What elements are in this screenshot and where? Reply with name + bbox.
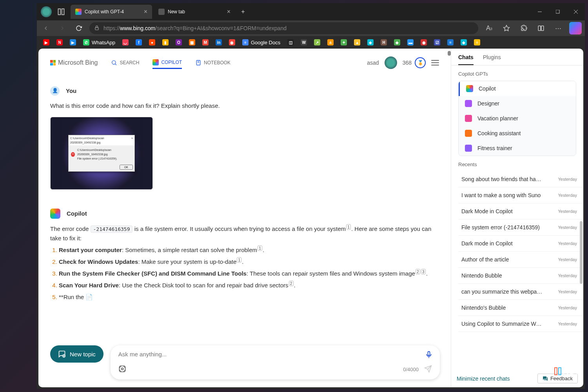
recents-label: Recents <box>458 162 583 167</box>
recent-date: Yesterday <box>558 193 577 198</box>
recent-item[interactable]: Using Copilot to Summarize Web PagYester… <box>458 316 583 332</box>
main-scrollbar[interactable] <box>448 51 451 56</box>
url-field[interactable]: https://www.bing.com/search?q=Bing+AI&sh… <box>89 22 478 34</box>
bookmark-item[interactable]: ◡ <box>122 39 129 45</box>
recent-item[interactable]: I want to make a song with SunoYesterday <box>458 187 583 203</box>
bookmark-item[interactable]: ✦ <box>341 39 347 45</box>
tab-notebook[interactable]: NOTEBOOK <box>195 57 230 68</box>
bookmark-item[interactable]: ≡Google Docs <box>242 39 280 45</box>
input-area: New topic 0/4000 <box>50 345 440 379</box>
sidebar-scrollbar[interactable] <box>580 221 583 284</box>
bookmark-item[interactable]: N <box>56 39 63 45</box>
step-item: Scan Your Hard Drive: Use the Check Disk… <box>59 281 440 290</box>
recent-item[interactable]: Song about two friends that haven't seYe… <box>458 171 583 187</box>
recent-item[interactable]: File system error (-2147416359)Yesterday <box>458 220 583 236</box>
bookmark-item[interactable]: ≡ <box>447 39 454 45</box>
bookmark-item[interactable]: ▶ <box>43 39 49 45</box>
bookmark-item[interactable]: ◆ <box>394 39 400 45</box>
bookmark-item[interactable]: ▮ <box>162 39 169 45</box>
gpt-icon <box>465 145 472 152</box>
copilot-sidebar-button[interactable] <box>569 22 582 34</box>
minimize-button[interactable] <box>531 5 549 18</box>
address-bar: https://www.bing.com/search?q=Bing+AI&sh… <box>37 20 585 36</box>
recent-date: Yesterday <box>558 289 577 294</box>
bookmark-item[interactable]: ◉ <box>421 39 427 45</box>
user-avatar[interactable] <box>385 56 397 69</box>
bookmark-item[interactable]: ◈ <box>367 39 374 45</box>
gpt-item[interactable]: Cooking assistant <box>459 126 576 141</box>
close-tab-icon[interactable]: × <box>144 8 147 15</box>
rewards-icon: 🏅 <box>415 57 426 68</box>
bookmark-item[interactable]: ▶ <box>70 39 76 45</box>
bing-header: Microsoft Bing SEARCH COPILOT NOTEBOOK a… <box>50 56 451 75</box>
hamburger-menu[interactable] <box>431 60 439 65</box>
attached-image[interactable]: C:\Users\com\Desktop\scan 20200309_10492… <box>50 117 153 190</box>
recent-item[interactable]: Dark Mode in CopilotYesterday <box>458 203 583 220</box>
bookmark-item[interactable]: M <box>202 39 209 45</box>
workspaces-icon[interactable] <box>57 8 65 16</box>
image-upload-icon[interactable] <box>118 365 126 374</box>
tab-title: Copilot with GPT-4 <box>85 9 124 15</box>
back-button[interactable] <box>40 22 52 34</box>
new-tab-button[interactable]: + <box>238 6 249 17</box>
maximize-button[interactable] <box>549 5 567 18</box>
close-button[interactable] <box>567 5 585 18</box>
gpt-item[interactable]: Fitness trainer <box>459 141 576 156</box>
bookmark-item[interactable]: ≡ <box>474 39 480 45</box>
bookmark-item[interactable]: ● <box>149 39 155 45</box>
bing-logo[interactable]: Microsoft Bing <box>50 59 98 66</box>
gpt-icon <box>465 115 472 122</box>
recent-item[interactable]: Nintendo BubbleYesterday <box>458 268 583 284</box>
tab-search[interactable]: SEARCH <box>111 57 139 68</box>
bookmark-item[interactable]: ✆WhatsApp <box>83 39 115 45</box>
bookmark-item[interactable]: ▬ <box>407 39 414 45</box>
bookmark-item[interactable]: ◫ <box>287 39 294 45</box>
mic-icon[interactable] <box>425 351 433 360</box>
gpt-item[interactable]: Vacation planner <box>459 111 576 126</box>
tab-copilot[interactable]: COPILOT <box>152 57 182 69</box>
recent-date: Yesterday <box>558 209 577 214</box>
recent-item[interactable]: Author of the articleYesterday <box>458 252 583 268</box>
gpt-item[interactable]: Copilot <box>459 81 576 96</box>
bookmark-item[interactable]: ▲ <box>354 39 360 45</box>
split-screen-button[interactable] <box>535 22 547 34</box>
bookmark-item[interactable]: ☑ <box>434 39 440 45</box>
bookmark-item[interactable]: a <box>327 39 334 45</box>
read-aloud-button[interactable]: A)) <box>483 22 495 34</box>
bookmark-item[interactable]: ↗ <box>314 39 320 45</box>
svg-rect-6 <box>95 27 98 30</box>
new-topic-button[interactable]: New topic <box>50 345 103 363</box>
window-controls <box>531 5 585 18</box>
gpt-name: Designer <box>477 100 499 107</box>
username[interactable]: asad <box>367 60 379 66</box>
recent-date: Yesterday <box>558 321 577 326</box>
bookmark-item[interactable]: ◆ <box>461 39 467 45</box>
send-icon[interactable] <box>424 365 432 374</box>
rewards[interactable]: 368 🏅 <box>403 57 426 68</box>
tab-plugins[interactable]: Plugins <box>483 54 501 65</box>
extensions-button[interactable] <box>517 22 530 34</box>
recent-date: Yesterday <box>558 257 577 262</box>
bookmark-item[interactable]: in <box>216 39 222 45</box>
menu-button[interactable]: ⋯ <box>552 22 564 34</box>
step-item: Check for Windows Updates: Make sure you… <box>59 257 440 267</box>
recent-item[interactable]: Nintendo's BubbleYesterday <box>458 300 583 316</box>
compose-input[interactable] <box>118 351 401 358</box>
minimize-recents-link[interactable]: Minimize recent chats <box>457 376 510 382</box>
bookmark-item[interactable]: ◉ <box>229 39 235 45</box>
browser-tab[interactable]: New tab× <box>154 5 235 19</box>
browser-tab[interactable]: Copilot with GPT-4× <box>71 5 152 19</box>
bookmark-item[interactable]: W <box>301 39 307 45</box>
bookmark-item[interactable]: H <box>381 39 387 45</box>
tab-chats[interactable]: Chats <box>458 54 474 65</box>
recent-item[interactable]: can you summarize this webpage for mYest… <box>458 284 583 300</box>
favorite-button[interactable] <box>500 22 513 34</box>
refresh-button[interactable] <box>73 22 85 34</box>
bookmark-item[interactable]: O <box>176 39 182 45</box>
edge-profile-avatar[interactable] <box>41 6 52 17</box>
bookmark-item[interactable]: ▦ <box>189 39 195 45</box>
gpt-item[interactable]: Designer <box>459 96 576 111</box>
recent-item[interactable]: Dark mode in CopilotYesterday <box>458 236 583 252</box>
bookmark-item[interactable]: f <box>136 39 142 45</box>
close-tab-icon[interactable]: × <box>227 8 230 15</box>
